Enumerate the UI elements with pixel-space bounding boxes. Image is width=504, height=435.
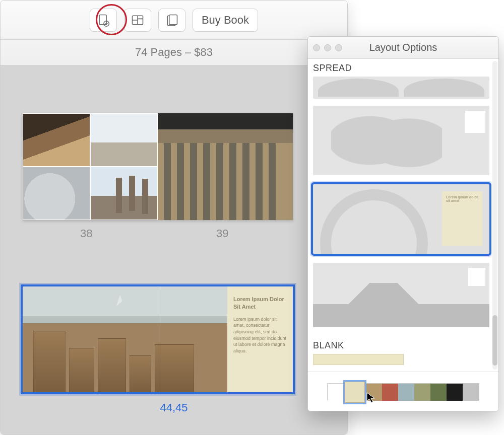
color-swatch[interactable] — [414, 384, 430, 401]
selected-spread-label: 44,45 — [1, 401, 347, 414]
color-swatch[interactable] — [463, 384, 479, 401]
toolbar: Buy Book — [1, 1, 347, 40]
left-page-grid — [23, 113, 158, 220]
layout-template-feet[interactable] — [313, 77, 489, 99]
spread-content: Lorem Ipsum Dolor Sit Amet Lorem ipsum d… — [23, 286, 293, 392]
layout-template-arch-selected[interactable]: Lorem ipsum dolor sit amet — [313, 184, 489, 254]
text-slot: Lorem ipsum dolor sit amet — [442, 191, 482, 246]
buy-book-label: Buy Book — [202, 14, 249, 27]
page-number-left: 38 — [80, 227, 92, 240]
text-block[interactable]: Lorem Ipsum Dolor Sit Amet Lorem ipsum d… — [227, 286, 293, 392]
photo-placeholder[interactable] — [23, 167, 90, 220]
page-plus-icon — [96, 13, 110, 28]
photo-placeholder[interactable] — [23, 113, 90, 167]
svg-rect-4 — [169, 15, 177, 24]
panel-scroll-area[interactable]: SPREAD Lorem ipsum dolor sit amet BLANK — [308, 59, 491, 372]
page-number-right: 39 — [216, 227, 228, 240]
photo-placeholder[interactable] — [90, 167, 158, 220]
book-editor-window: Buy Book 74 Pages – $83 38 39 — [0, 0, 348, 435]
color-swatch[interactable] — [382, 384, 398, 401]
layout-options-button[interactable] — [124, 9, 151, 32]
color-swatch[interactable] — [398, 384, 414, 401]
book-themes-button[interactable] — [158, 9, 185, 32]
color-swatch[interactable] — [366, 384, 382, 401]
panel-title: Layout Options — [308, 42, 498, 53]
section-label-blank: BLANK — [311, 336, 488, 354]
photo-placeholder[interactable] — [33, 331, 212, 392]
page-count-price: 74 Pages – $83 — [1, 40, 347, 65]
layout-options-panel: Layout Options SPREAD Lorem ipsum dolor … — [307, 36, 499, 411]
color-swatch[interactable] — [328, 384, 344, 401]
text-title: Lorem Ipsum Dolor Sit Amet — [233, 296, 287, 311]
text-slot-icon — [468, 268, 485, 286]
color-swatch[interactable] — [345, 382, 365, 403]
photo-placeholder[interactable] — [90, 113, 158, 167]
text-slot-icon — [465, 111, 485, 133]
background-color-swatches — [308, 372, 498, 411]
layout-template-mountain[interactable] — [313, 263, 489, 327]
color-swatch[interactable] — [430, 384, 447, 401]
section-label-spread: SPREAD — [311, 59, 488, 77]
layout-template-blank[interactable] — [313, 354, 404, 365]
layout-template-butterfly[interactable] — [313, 106, 489, 175]
book-spine — [158, 286, 158, 392]
book-pages-canvas[interactable]: 38 39 Lorem Ipsum Dolor Sit Amet Lorem i… — [1, 65, 347, 434]
scroll-thumb[interactable] — [492, 315, 497, 366]
svg-rect-0 — [99, 15, 106, 24]
page-spread-44-45-selected[interactable]: Lorem Ipsum Dolor Sit Amet Lorem ipsum d… — [21, 284, 295, 394]
panel-scrollbar[interactable] — [492, 61, 497, 370]
panel-titlebar[interactable]: Layout Options — [308, 37, 498, 59]
text-body: Lorem ipsum dolor sit amet, consectetur … — [233, 316, 287, 354]
layout-icon — [131, 13, 145, 28]
buy-book-button[interactable]: Buy Book — [193, 9, 258, 32]
color-swatch[interactable] — [447, 384, 463, 401]
add-page-button[interactable] — [90, 9, 117, 32]
page-spread-38-39[interactable] — [23, 113, 293, 220]
right-page-photo[interactable] — [158, 113, 293, 220]
book-icon — [165, 13, 179, 28]
